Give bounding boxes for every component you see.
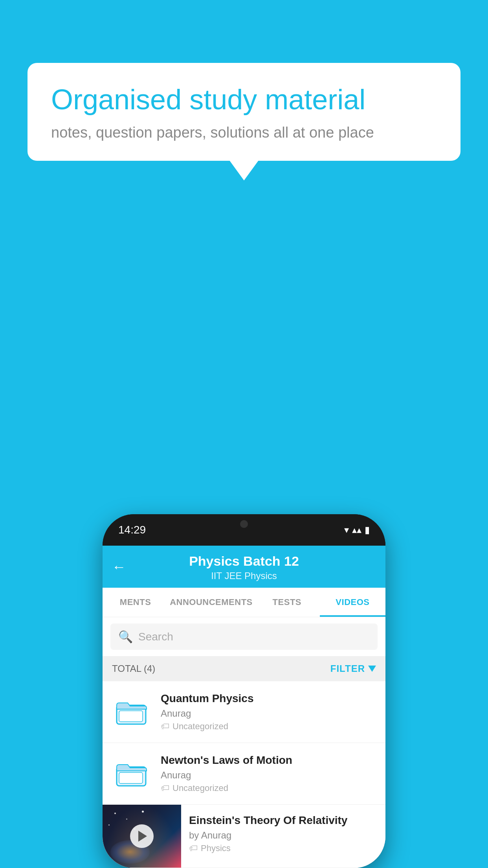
play-button-3[interactable]: [130, 824, 154, 848]
search-icon: 🔍: [118, 630, 133, 644]
video-info-2: Newton's Laws of Motion Anurag 🏷 Uncateg…: [161, 754, 376, 793]
video-tag-3: 🏷 Physics: [189, 843, 378, 853]
list-item[interactable]: Einstein's Theory Of Relativity by Anura…: [103, 805, 385, 868]
video-title-3: Einstein's Theory Of Relativity: [189, 814, 378, 827]
tab-ments[interactable]: MENTS: [103, 588, 168, 617]
search-placeholder-text: Search: [138, 631, 173, 643]
status-time: 14:29: [118, 524, 146, 536]
app-header: ← Physics Batch 12 IIT JEE Physics: [103, 546, 385, 588]
svg-rect-1: [119, 711, 143, 722]
video-info-3: Einstein's Theory Of Relativity by Anura…: [181, 805, 385, 860]
status-bar: 14:29 ▾ ▴▴ ▮: [103, 514, 385, 546]
back-button[interactable]: ←: [112, 559, 126, 575]
camera-icon: [240, 520, 248, 528]
filter-label: FILTER: [330, 663, 365, 674]
bubble-subtitle: notes, question papers, solutions all at…: [51, 124, 437, 141]
video-author-2: Anurag: [161, 770, 376, 781]
video-tag-1: 🏷 Uncategorized: [161, 721, 376, 732]
filter-icon: [368, 666, 376, 672]
speech-bubble-container: Organised study material notes, question…: [28, 63, 460, 161]
folder-icon: [116, 698, 147, 726]
list-item[interactable]: Quantum Physics Anurag 🏷 Uncategorized: [103, 681, 385, 743]
tab-announcements[interactable]: ANNOUNCEMENTS: [168, 588, 254, 617]
phone-wrapper: 14:29 ▾ ▴▴ ▮ ← Physics Batch 12 IIT JEE …: [103, 514, 385, 868]
svg-rect-3: [119, 772, 143, 783]
header-title: Physics Batch 12: [114, 554, 374, 569]
search-bar-wrapper: 🔍 Search: [103, 617, 385, 656]
video-author-3: by Anurag: [189, 830, 378, 841]
folder-icon: [116, 760, 147, 787]
header-subtitle: IIT JEE Physics: [114, 570, 374, 581]
tab-tests[interactable]: TESTS: [254, 588, 320, 617]
phone: 14:29 ▾ ▴▴ ▮ ← Physics Batch 12 IIT JEE …: [103, 514, 385, 868]
signal-icon: ▴▴: [352, 524, 361, 535]
video-thumbnail-2: [112, 760, 151, 787]
speech-bubble: Organised study material notes, question…: [28, 63, 460, 161]
video-author-1: Anurag: [161, 708, 376, 719]
list-item[interactable]: Newton's Laws of Motion Anurag 🏷 Uncateg…: [103, 743, 385, 805]
wifi-icon: ▾: [344, 524, 349, 535]
status-icons: ▾ ▴▴ ▮: [344, 524, 370, 535]
filter-button[interactable]: FILTER: [330, 663, 376, 674]
tag-label-2: Uncategorized: [172, 783, 228, 793]
video-thumbnail-1: [112, 698, 151, 726]
tag-label-1: Uncategorized: [172, 721, 228, 732]
filter-row: TOTAL (4) FILTER: [103, 656, 385, 681]
video-title-1: Quantum Physics: [161, 692, 376, 705]
tag-icon-2: 🏷: [161, 783, 169, 793]
notch: [213, 514, 275, 534]
search-bar[interactable]: 🔍 Search: [110, 623, 378, 650]
tab-videos[interactable]: VIDEOS: [320, 588, 385, 617]
video-tag-2: 🏷 Uncategorized: [161, 783, 376, 793]
battery-icon: ▮: [365, 524, 370, 535]
video-info-1: Quantum Physics Anurag 🏷 Uncategorized: [161, 692, 376, 732]
tag-icon-3: 🏷: [189, 843, 198, 853]
tag-icon-1: 🏷: [161, 721, 169, 732]
bubble-title: Organised study material: [51, 83, 437, 116]
video-list: Quantum Physics Anurag 🏷 Uncategorized: [103, 681, 385, 868]
tab-bar: MENTS ANNOUNCEMENTS TESTS VIDEOS: [103, 588, 385, 617]
tag-label-3: Physics: [201, 843, 231, 853]
total-count-label: TOTAL (4): [112, 663, 155, 674]
video-thumbnail-3: [103, 805, 181, 868]
video-title-2: Newton's Laws of Motion: [161, 754, 376, 767]
